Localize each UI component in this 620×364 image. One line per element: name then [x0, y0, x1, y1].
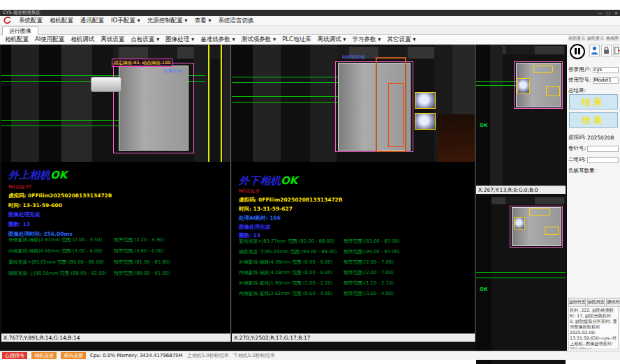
close-button[interactable]: ✕: [614, 10, 618, 16]
defect-thumbnail: [415, 113, 436, 130]
warn-range: 预警范围:(2.00 - 7.00): [344, 269, 394, 276]
green-baseline: [1, 126, 126, 126]
roi-box-yellow: [533, 66, 553, 73]
result-ok-small: OK: [480, 287, 487, 292]
status-line: 图像处理完成: [239, 224, 270, 231]
camera-view-outer-upper: 固定阈值:93, 动态阈值:100 应用区域 外上相机OK NG点位:TT 虚拟…: [1, 45, 231, 342]
machinery-slab: [253, 45, 281, 162]
measurement-row: 外侧直线-隔膜|4.38mm 范围:(0.00 - 9.00)预警范围:(2.0…: [239, 259, 472, 266]
camera-image-outer-lower[interactable]: AI绘制区域: [232, 45, 475, 162]
label-curve-chart[interactable]: 曲线图: [606, 36, 619, 42]
menu-item-system-config[interactable]: 系统配置: [19, 17, 43, 25]
camera-image-outer-upper[interactable]: 固定阈值:93, 动态阈值:100 应用区域: [1, 45, 230, 162]
defect-thumbnail: [514, 217, 525, 229]
pixel-coordinate-readout: X:270;Y:2502;R:17;G:17;B:17: [232, 333, 475, 342]
needle-number-input[interactable]: [587, 146, 619, 152]
measurement-row: 隔膜宽度-上|90.56mm 范围:(88.00 - 92.00)预警范围:(8…: [8, 270, 228, 277]
qr-code-input[interactable]: [587, 157, 619, 163]
exit-icon[interactable]: [613, 45, 620, 56]
camera-title: 外上相机OK: [8, 169, 67, 182]
label-screen-display[interactable]: 画面显示: [568, 36, 585, 42]
menu-item-light-config[interactable]: 光源控制配置 ▾: [147, 17, 188, 25]
menu-item-view[interactable]: 查看 ▾: [195, 17, 212, 25]
tool-offline-setting[interactable]: 离线设置: [101, 36, 124, 44]
measure-value: 直线宽度+|83.05mm 范围:(80.00 - 86.00): [8, 259, 104, 265]
roi-box-yellow: [546, 86, 560, 96]
measure-value: 内侧直线-隔膜|4.28mm 范围:(0.00 - 9.00): [239, 270, 332, 275]
tool-camera-debug[interactable]: 相机调试: [71, 36, 94, 44]
toolbar: 相机配置 AI使用配置 相机调试 离线设置 点检设置 ▾ 图像处理 ▾ 基准线参…: [0, 35, 620, 45]
machinery-slab: [476, 196, 492, 364]
machinery-slab: [11, 45, 39, 162]
measurement-row: 内侧直线-隔膜|4.28mm 范围:(0.00 - 9.00)预警范围:(2.0…: [239, 269, 472, 276]
main-area: 固定阈值:93, 动态阈值:100 应用区域 外上相机OK NG点位:TT 虚拟…: [0, 45, 620, 351]
tool-learning-params[interactable]: 学习参数 ▾: [352, 36, 381, 44]
nozzle-part: [91, 77, 121, 92]
green-baseline: [476, 278, 566, 278]
camera-view-outer-lower: AI绘制区域 外下相机OK NG点位:0 虚拟码: 0FFIiim2025020…: [232, 45, 475, 342]
qr-code-label: 二维码:: [568, 156, 586, 163]
log-textarea[interactable]: 耗时: 222, 缺陷检测耗时: 17, 缺陷分类耗时: 0, 缺陷提取分区耗时…: [568, 306, 619, 349]
right-sidebar: 画面显示 缺陷显示 曲线图 登录用户: 使用型号: 总结果: 结果 结果 虚拟码…: [567, 35, 620, 351]
measurement-row: 内侧直线-隔膜|4.60mm 范围:(3.00 - 6.00)预警范围:(3.0…: [8, 248, 228, 255]
virtual-code-label: 虚拟码:: [568, 134, 586, 141]
login-user-label: 登录用户:: [568, 66, 591, 73]
minimize-button[interactable]: —: [598, 10, 602, 16]
window-controls: — □ ✕: [598, 10, 618, 16]
virtual-code-value: 20250208: [587, 135, 614, 141]
user-login-icon[interactable]: [589, 45, 600, 56]
measure-value: 隔膜宽度-上|90.56mm 范围:(88.00 - 92.00): [8, 271, 106, 276]
menu-item-io-config[interactable]: IO手配置 ▾: [111, 17, 140, 25]
measurement-row: 外侧直线-隔膜|2.91mm 范围:(2.00 - 3.50)预警范围:(2.2…: [8, 236, 228, 243]
measure-value: 直线宽度+|83.77mm 范围:(82.00 - 88.00): [239, 238, 334, 244]
tool-offline-debug[interactable]: 离线调试 ▾: [318, 36, 346, 44]
label-defect-display[interactable]: 缺陷显示: [587, 36, 604, 42]
tool-baseline-params[interactable]: 基准线参数 ▾: [200, 36, 235, 44]
roi-box-yellow: [545, 227, 559, 235]
result-box-upper: 结果: [569, 94, 618, 109]
model-input[interactable]: [593, 77, 619, 84]
model-label: 使用型号:: [568, 77, 591, 84]
login-user-input[interactable]: [593, 67, 619, 73]
machinery-slab: [310, 45, 337, 162]
pause-button[interactable]: [570, 44, 585, 59]
menu-item-comm-config[interactable]: 通讯配置: [80, 17, 104, 25]
tool-testitem-params[interactable]: 测试项参数 ▾: [242, 36, 276, 44]
machinery-slab: [281, 45, 310, 162]
total-result-label: 总结果:: [568, 87, 586, 94]
tool-other-settings[interactable]: 其它设置 ▾: [387, 36, 415, 44]
inspection-panel: [119, 66, 189, 151]
time-line: 时间: 13-31-59-627: [239, 206, 293, 213]
menu-item-camera-config[interactable]: 相机配置: [50, 17, 73, 25]
warn-range: 预警范围:(89.00 - 91.00): [114, 270, 170, 277]
measure-value: 内侧直线-隔膜|4.60mm 范围:(3.00 - 6.00): [8, 248, 102, 254]
machinery-slab: [490, 45, 503, 185]
sidebar-view-labels: 画面显示 缺陷显示 曲线图: [568, 36, 619, 42]
camera-view-small-bottom: OK X:311;Y:980;R:0;G:0;B:0: [476, 196, 566, 364]
camera-image-small-top[interactable]: OK: [476, 45, 566, 185]
tool-ai-usage-config[interactable]: AI使用配置: [35, 36, 64, 44]
warn-range: 预警范围:(0.60 - 4.00): [344, 290, 394, 297]
tool-spotcheck-setting[interactable]: 点检设置 ▾: [131, 36, 159, 44]
lock-icon[interactable]: [601, 45, 612, 56]
threshold-label: 固定阈值:93, 动态阈值:100: [112, 59, 172, 67]
measure-value: 内侧直线-直线|2.61mm 范围:(0.60 - 4.00): [239, 291, 332, 296]
status-bar: 心跳信号 相机连接 通讯连接 Cpu: 0.0% Memory: 3424.41…: [0, 351, 620, 360]
menu-item-language-switch[interactable]: 系统语言切换: [219, 17, 254, 25]
warn-range: 预警范围:(3.00 - 6.00): [114, 248, 164, 255]
ai-time-line: 处理AI耗时: 166: [239, 215, 281, 222]
result-ok: OK: [50, 169, 67, 181]
warn-range: 预警范围:(1.10 - 2.10): [344, 280, 394, 287]
machinery-dark-corner: [438, 114, 475, 162]
heartbeat-badge: 心跳信号: [2, 352, 27, 359]
warn-range: 预警范围:(94.00 - 97.00): [344, 248, 399, 255]
tab-run-image[interactable]: 运行图像: [2, 26, 38, 35]
camera-image-small-bottom[interactable]: OK: [476, 196, 566, 364]
green-baseline: [1, 120, 126, 121]
tool-image-processing[interactable]: 图像处理 ▾: [165, 36, 194, 44]
tool-camera-config[interactable]: 相机配置: [5, 36, 29, 44]
measurement-row: 隔膜宽度-下|95.24mm 范围:(93.00 - 98.00)预警范围:(9…: [239, 248, 472, 255]
tool-plc-address[interactable]: PLC地址库: [282, 36, 311, 44]
maximize-button[interactable]: □: [606, 10, 610, 16]
camera-name: 外下相机: [239, 174, 281, 187]
